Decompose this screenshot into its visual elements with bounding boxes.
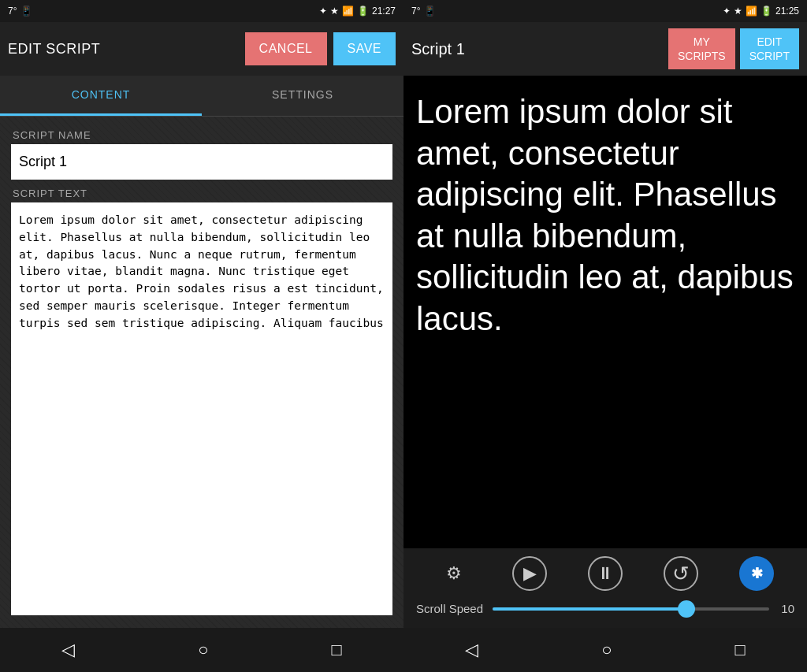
right-panel: 7° 📱 ✦ ★ 📶 🔋 21:25 Script 1 MYSCRIPTS ED…	[404, 0, 807, 672]
cancel-button[interactable]: CANCEL	[245, 32, 327, 65]
scroll-speed-label: Scroll Speed	[416, 602, 483, 615]
right-signal-icon: 📶	[746, 6, 757, 17]
my-scripts-button[interactable]: MYSCRIPTS	[668, 28, 735, 69]
scroll-speed-value: 10	[779, 602, 794, 615]
bluetooth-icon[interactable]: ✱	[739, 556, 774, 591]
right-status-right: ✦ ★ 📶 🔋 21:25	[723, 6, 799, 17]
form-content: SCRIPT NAME SCRIPT TEXT Lorem ipsum dolo…	[0, 117, 404, 628]
controls-bar: ⚙ ▶ ⏸ ↺ ✱ Scroll Speed 10	[404, 548, 807, 628]
left-status-left: 7° 📱	[8, 6, 32, 17]
replay-icon[interactable]: ↺	[664, 556, 698, 591]
left-nav-bar: ◁ ○ □	[0, 628, 404, 672]
right-star-icon: ★	[734, 6, 742, 17]
left-status-right: ✦ ★ 📶 🔋 21:27	[319, 6, 396, 17]
teleprompter-area: Lorem ipsum dolor sit amet, consectetur …	[404, 76, 807, 548]
script-name-label: SCRIPT NAME	[11, 129, 392, 141]
script-text-section: SCRIPT TEXT Lorem ipsum dolor sit amet, …	[11, 187, 392, 615]
right-status-left: 7° 📱	[411, 6, 436, 17]
tab-settings[interactable]: SETTINGS	[202, 76, 404, 116]
settings-icon[interactable]: ⚙	[437, 556, 471, 591]
left-bluetooth-status: ✦	[319, 6, 327, 17]
right-phone-icon: 📱	[424, 6, 436, 17]
right-back-button[interactable]: ◁	[465, 640, 478, 660]
script-name-section: SCRIPT NAME	[11, 129, 392, 180]
right-time: 21:25	[775, 6, 799, 17]
edit-script-button[interactable]: EDITSCRIPT	[740, 28, 799, 69]
left-time: 21:27	[372, 6, 396, 17]
tabs-row: CONTENT SETTINGS	[0, 76, 404, 117]
left-status-bar: 7° 📱 ✦ ★ 📶 🔋 21:27	[0, 0, 404, 22]
right-battery-icon: 🔋	[761, 6, 772, 17]
left-temp: 7°	[8, 6, 17, 17]
controls-icons-row: ⚙ ▶ ⏸ ↺ ✱	[416, 556, 794, 591]
right-status-bar: 7° 📱 ✦ ★ 📶 🔋 21:25	[404, 0, 807, 22]
left-phone-icon: 📱	[20, 6, 32, 17]
left-home-button[interactable]: ○	[198, 640, 208, 660]
play-icon[interactable]: ▶	[512, 556, 547, 591]
left-back-button[interactable]: ◁	[61, 640, 75, 660]
script-text-area[interactable]: Lorem ipsum dolor sit amet, consectetur …	[11, 202, 392, 615]
teleprompter-text: Lorem ipsum dolor sit amet, consectetur …	[416, 91, 794, 340]
left-signal-icon: 📶	[342, 6, 354, 17]
save-button[interactable]: SAVE	[333, 32, 396, 65]
scroll-speed-row: Scroll Speed 10	[416, 599, 794, 620]
right-bluetooth-status: ✦	[723, 6, 731, 17]
pause-icon[interactable]: ⏸	[588, 556, 623, 591]
right-temp: 7°	[411, 6, 420, 17]
script-text-label: SCRIPT TEXT	[11, 187, 392, 199]
right-header: Script 1 MYSCRIPTS EDITSCRIPT	[404, 22, 807, 76]
left-header: EDIT SCRIPT CANCEL SAVE	[0, 22, 404, 76]
scroll-speed-slider[interactable]	[493, 607, 769, 611]
slider-thumb[interactable]	[678, 600, 695, 618]
right-recents-button[interactable]: □	[735, 640, 746, 660]
edit-script-title: EDIT SCRIPT	[8, 41, 239, 58]
tab-content[interactable]: CONTENT	[0, 76, 202, 116]
right-nav-bar: ◁ ○ □	[404, 628, 807, 672]
script-name-input[interactable]	[11, 144, 392, 180]
left-panel: 7° 📱 ✦ ★ 📶 🔋 21:27 EDIT SCRIPT CANCEL SA…	[0, 0, 404, 672]
right-home-button[interactable]: ○	[601, 640, 612, 660]
slider-fill	[493, 607, 686, 611]
left-battery-icon: 🔋	[357, 6, 369, 17]
script-display-title: Script 1	[411, 40, 664, 58]
left-recents-button[interactable]: □	[332, 640, 342, 660]
left-star-icon: ★	[330, 6, 339, 17]
